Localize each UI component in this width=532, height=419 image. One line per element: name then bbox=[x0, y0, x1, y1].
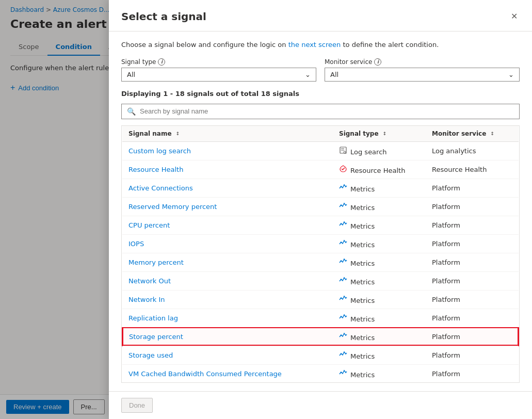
signal-type-cell: Log search bbox=[333, 141, 426, 160]
metrics-icon bbox=[339, 241, 347, 249]
metrics-icon bbox=[339, 185, 347, 193]
monitor-service-info-icon[interactable]: i bbox=[374, 58, 381, 66]
signal-type-chevron-icon: ⌄ bbox=[305, 71, 311, 78]
monitor-service-cell: Platform bbox=[426, 197, 519, 216]
metrics-icon bbox=[339, 204, 347, 212]
monitor-service-cell: Log analytics bbox=[426, 141, 519, 160]
metrics-icon bbox=[339, 371, 347, 379]
table-row[interactable]: Reserved Memory percentMetricsPlatform bbox=[122, 197, 519, 216]
signal-name-sort-icon[interactable]: ↕ bbox=[176, 132, 180, 136]
monitor-service-cell: Platform bbox=[426, 179, 519, 197]
modal-close-button[interactable]: ✕ bbox=[509, 10, 520, 23]
table-row[interactable]: Memory percentMetricsPlatform bbox=[122, 253, 519, 271]
signal-type-text: Resource Health bbox=[350, 167, 405, 174]
modal-title: Select a signal bbox=[121, 10, 206, 23]
monitor-service-cell: Platform bbox=[426, 290, 519, 309]
table-row[interactable]: Resource HealthResource HealthResource H… bbox=[122, 160, 519, 179]
table-row[interactable]: IOPSMetricsPlatform bbox=[122, 234, 519, 253]
signal-name-cell[interactable]: CPU percent bbox=[122, 216, 333, 234]
monitor-service-cell: Platform bbox=[426, 253, 519, 271]
metrics-icon bbox=[339, 222, 347, 230]
monitor-service-cell: Platform bbox=[426, 309, 519, 327]
signal-type-text: Metrics bbox=[350, 278, 375, 286]
table-row[interactable]: Replication lagMetricsPlatform bbox=[122, 309, 519, 327]
signal-type-info-icon[interactable]: i bbox=[158, 58, 165, 66]
signal-type-label: Signal type i bbox=[121, 58, 316, 66]
svg-point-3 bbox=[344, 151, 346, 153]
monitor-service-filter: Monitor service i All ⌄ bbox=[325, 58, 520, 82]
metrics-icon bbox=[339, 260, 347, 267]
signal-type-cell: Metrics bbox=[333, 216, 426, 234]
table-row[interactable]: Storage percentMetricsPlatform bbox=[122, 327, 519, 346]
table-header-row: Signal name ↕ Signal type ↕ Monitor serv… bbox=[122, 126, 519, 142]
signal-type-value: All bbox=[127, 71, 135, 78]
signal-name-cell[interactable]: Reserved Memory percent bbox=[122, 197, 333, 216]
signal-name-cell[interactable]: Custom log search bbox=[122, 141, 333, 160]
signal-type-text: Metrics bbox=[350, 260, 375, 267]
modal-desc-link[interactable]: the next screen bbox=[288, 41, 341, 49]
signal-name-cell[interactable]: Storage percent bbox=[122, 327, 333, 346]
table-row[interactable]: Custom log searchLog searchLog analytics bbox=[122, 141, 519, 160]
signal-name-cell[interactable]: VM Cached Bandwidth Consumed Percentage bbox=[122, 364, 333, 383]
col-signal-type[interactable]: Signal type ↕ bbox=[333, 126, 426, 142]
monitor-service-chevron-icon: ⌄ bbox=[508, 71, 514, 78]
search-icon: 🔍 bbox=[127, 107, 136, 116]
signal-name-cell[interactable]: Replication lag bbox=[122, 309, 333, 327]
signal-type-cell: Metrics bbox=[333, 346, 426, 364]
modal-description: Choose a signal below and configure the … bbox=[121, 40, 520, 50]
col-signal-name[interactable]: Signal name ↕ bbox=[122, 126, 333, 142]
monitor-service-cell: Platform bbox=[426, 216, 519, 234]
signal-type-text: Metrics bbox=[350, 222, 375, 230]
signals-table-container[interactable]: Signal name ↕ Signal type ↕ Monitor serv… bbox=[121, 125, 520, 383]
signal-type-select[interactable]: All ⌄ bbox=[121, 68, 316, 82]
monitor-service-select[interactable]: All ⌄ bbox=[325, 68, 520, 82]
log-search-icon bbox=[339, 148, 347, 156]
table-row[interactable]: Storage usedMetricsPlatform bbox=[122, 346, 519, 364]
monitor-service-cell: Platform bbox=[426, 364, 519, 383]
modal-footer: Done bbox=[109, 391, 532, 419]
signal-name-cell[interactable]: Network In bbox=[122, 290, 333, 309]
table-row[interactable]: Network OutMetricsPlatform bbox=[122, 271, 519, 290]
signal-type-cell: Metrics bbox=[333, 290, 426, 309]
done-button[interactable]: Done bbox=[121, 398, 153, 413]
signal-type-cell: Metrics bbox=[333, 234, 426, 253]
signal-name-cell[interactable]: Active Connections bbox=[122, 179, 333, 197]
monitor-service-sort-icon[interactable]: ↕ bbox=[491, 132, 495, 136]
signal-name-cell[interactable]: Resource Health bbox=[122, 160, 333, 179]
table-row[interactable]: Network InMetricsPlatform bbox=[122, 290, 519, 309]
metrics-icon bbox=[339, 352, 347, 360]
signal-type-text: Metrics bbox=[350, 352, 375, 360]
signal-name-cell[interactable]: IOPS bbox=[122, 234, 333, 253]
signal-type-cell: Metrics bbox=[333, 327, 426, 346]
signal-type-cell: Metrics bbox=[333, 364, 426, 383]
table-row[interactable]: Active ConnectionsMetricsPlatform bbox=[122, 179, 519, 197]
signal-type-text: Metrics bbox=[350, 204, 375, 212]
table-row[interactable]: VM Cached Bandwidth Consumed PercentageM… bbox=[122, 364, 519, 383]
signal-type-cell: Metrics bbox=[333, 197, 426, 216]
metrics-icon bbox=[339, 315, 347, 323]
signal-name-cell[interactable]: Memory percent bbox=[122, 253, 333, 271]
signal-type-cell: Metrics bbox=[333, 309, 426, 327]
signal-type-text: Metrics bbox=[350, 371, 375, 379]
monitor-service-value: All bbox=[330, 71, 338, 78]
signal-name-cell[interactable]: Storage used bbox=[122, 346, 333, 364]
metrics-icon bbox=[339, 278, 347, 286]
col-monitor-service[interactable]: Monitor service ↕ bbox=[426, 126, 519, 142]
search-box: 🔍 bbox=[121, 104, 520, 119]
modal-panel: Select a signal ✕ Choose a signal below … bbox=[109, 0, 532, 419]
search-input[interactable] bbox=[140, 107, 514, 115]
resource-health-icon bbox=[339, 167, 347, 174]
monitor-service-cell: Resource Health bbox=[426, 160, 519, 179]
monitor-service-label: Monitor service i bbox=[325, 58, 520, 66]
filters-row: Signal type i All ⌄ Monitor service i Al… bbox=[121, 58, 520, 82]
modal-header: Select a signal ✕ bbox=[109, 0, 532, 31]
table-row[interactable]: CPU percentMetricsPlatform bbox=[122, 216, 519, 234]
monitor-service-cell: Platform bbox=[426, 346, 519, 364]
monitor-service-cell: Platform bbox=[426, 234, 519, 253]
signal-type-text: Metrics bbox=[350, 297, 375, 304]
signal-type-text: Metrics bbox=[350, 241, 375, 249]
signal-type-sort-icon[interactable]: ↕ bbox=[383, 132, 387, 136]
signal-name-cell[interactable]: Network Out bbox=[122, 271, 333, 290]
signal-type-cell: Resource Health bbox=[333, 160, 426, 179]
signal-type-text: Metrics bbox=[350, 185, 375, 193]
